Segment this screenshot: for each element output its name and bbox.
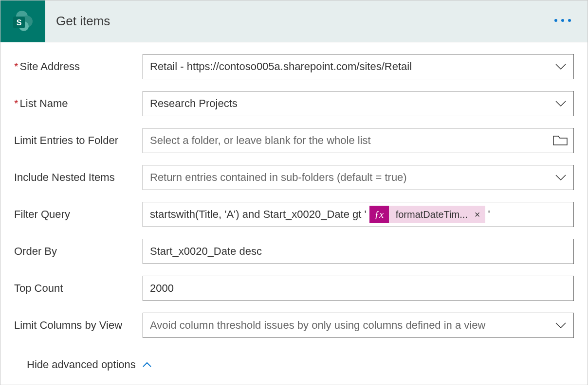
row-order-by: Order By Start_x0020_Date desc <box>14 239 574 264</box>
card-title: Get items <box>45 14 110 29</box>
placeholder-limit-columns: Avoid column threshold issues by only us… <box>150 319 485 332</box>
label-filter-query: Filter Query <box>14 208 143 221</box>
label-include-nested: Include Nested Items <box>14 171 143 184</box>
ellipsis-icon <box>568 19 571 22</box>
sharepoint-logo-icon: S <box>0 0 45 42</box>
chevron-up-icon <box>142 359 152 370</box>
ellipsis-icon <box>561 19 564 22</box>
value-site-address: Retail - https://contoso005a.sharepoint.… <box>150 60 412 73</box>
placeholder-limit-folder: Select a folder, or leave blank for the … <box>150 134 371 147</box>
input-limit-folder[interactable]: Select a folder, or leave blank for the … <box>143 128 574 153</box>
input-limit-columns[interactable]: Avoid column threshold issues by only us… <box>143 313 574 338</box>
label-list-name: List Name <box>14 97 143 110</box>
input-filter-query[interactable]: startswith(Title, 'A') and Start_x0020_D… <box>143 202 574 227</box>
row-top-count: Top Count 2000 <box>14 276 574 301</box>
fx-icon: ƒx <box>369 206 389 223</box>
card-header: S Get items <box>0 0 588 42</box>
row-filter-query: Filter Query startswith(Title, 'A') and … <box>14 202 574 227</box>
value-top-count: 2000 <box>150 282 174 295</box>
chevron-down-icon[interactable] <box>554 60 568 73</box>
value-list-name: Research Projects <box>150 97 238 110</box>
chevron-down-icon[interactable] <box>554 97 568 110</box>
hide-advanced-options-toggle[interactable]: Hide advanced options <box>14 350 574 375</box>
input-list-name[interactable]: Research Projects <box>143 91 574 116</box>
input-order-by[interactable]: Start_x0020_Date desc <box>143 239 574 264</box>
advanced-toggle-label: Hide advanced options <box>27 358 136 371</box>
card-body: Site Address Retail - https://contoso005… <box>0 42 588 385</box>
value-order-by: Start_x0020_Date desc <box>150 245 262 258</box>
get-items-card: S Get items Site Address Retail - https:… <box>0 0 588 385</box>
row-limit-columns: Limit Columns by View Avoid column thres… <box>14 313 574 338</box>
label-limit-folder: Limit Entries to Folder <box>14 134 143 147</box>
more-menu-button[interactable] <box>550 14 576 27</box>
expression-token[interactable]: ƒx formatDateTim... × <box>369 206 485 223</box>
label-top-count: Top Count <box>14 282 143 295</box>
input-top-count[interactable]: 2000 <box>143 276 574 301</box>
ellipsis-icon <box>554 19 557 22</box>
folder-icon[interactable] <box>553 135 568 146</box>
input-site-address[interactable]: Retail - https://contoso005a.sharepoint.… <box>143 54 574 79</box>
row-include-nested: Include Nested Items Return entries cont… <box>14 165 574 190</box>
expression-token-label: formatDateTim... <box>389 209 475 220</box>
row-limit-folder: Limit Entries to Folder Select a folder,… <box>14 128 574 153</box>
label-limit-columns: Limit Columns by View <box>14 319 143 332</box>
chevron-down-icon[interactable] <box>554 171 568 184</box>
svg-text:S: S <box>17 18 22 27</box>
filter-query-text-before: startswith(Title, 'A') and Start_x0020_D… <box>150 208 367 221</box>
chevron-down-icon[interactable] <box>554 319 568 332</box>
label-order-by: Order By <box>14 245 143 258</box>
placeholder-include-nested: Return entries contained in sub-folders … <box>150 171 407 184</box>
remove-token-button[interactable]: × <box>475 209 485 220</box>
row-list-name: List Name Research Projects <box>14 91 574 116</box>
input-include-nested[interactable]: Return entries contained in sub-folders … <box>143 165 574 190</box>
label-site-address: Site Address <box>14 60 143 73</box>
filter-query-text-after: ' <box>488 208 490 221</box>
row-site-address: Site Address Retail - https://contoso005… <box>14 54 574 79</box>
